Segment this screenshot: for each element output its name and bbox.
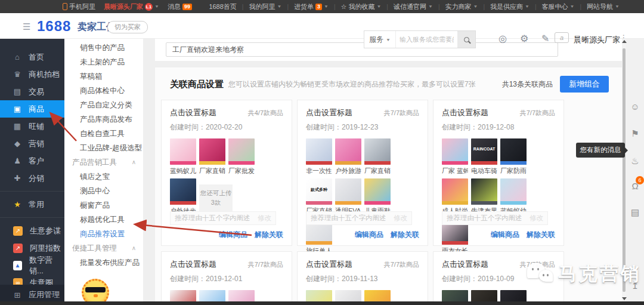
customer-service-icon[interactable]: ☺: [626, 101, 644, 112]
sidebar-item-首页[interactable]: ⌂首页: [0, 48, 64, 66]
shop-name[interactable]: 晨晰源头厂家: [574, 35, 620, 45]
product-item[interactable]: 蓝蚂蚁儿...: [170, 138, 196, 175]
upload-more-slot[interactable]: 您还可上传3款: [199, 184, 233, 212]
sidebar-item-pinned[interactable]: ★常用: [0, 196, 64, 213]
service-select[interactable]: 服务▼: [364, 31, 396, 48]
bell-icon[interactable]: Ω6: [626, 181, 644, 191]
add-combo-button[interactable]: 新增组合: [560, 76, 609, 93]
topbar-item-我是供应商[interactable]: 我是供应商▼: [485, 2, 535, 11]
sidebar-item-商机拍档[interactable]: ♛商机拍档: [0, 66, 64, 83]
product-item[interactable]: 户外旅游...: [335, 138, 361, 175]
topbar-item-诚信通官网[interactable]: 诚信通官网▼: [388, 2, 438, 11]
unlink-link[interactable]: 解除关联: [527, 230, 555, 240]
edit-icon[interactable]: ✎: [541, 33, 549, 44]
edit-goods-link[interactable]: 编辑商品: [491, 230, 519, 240]
topbar-item-客服中心[interactable]: 客服中心▼: [537, 2, 580, 11]
unlink-link[interactable]: 解除关联: [255, 230, 283, 240]
submenu-item-产品自定义分类[interactable]: 产品自定义分类: [64, 98, 143, 112]
product-item[interactable]: 厂家防雨...: [500, 138, 527, 175]
topbar-item-进货单[interactable]: 进货单3▼: [289, 2, 334, 11]
search-button[interactable]: [457, 31, 475, 48]
reason-input[interactable]: 推荐理由十五个字内阐述修改: [170, 211, 276, 225]
product-item[interactable]: 成人时尚...: [442, 178, 468, 215]
product-item[interactable]: 厂家直销...: [364, 138, 391, 175]
sidebar-item-交易[interactable]: ▤交易: [0, 83, 64, 100]
product-item[interactable]: 牛津布男...: [471, 178, 497, 215]
topbar-item-我的阿里[interactable]: 我的阿里▼: [243, 2, 287, 11]
topbar-item-网站导航[interactable]: 网站导航▼: [581, 2, 625, 11]
product-item[interactable]: 厂家批发...: [228, 138, 255, 175]
notice-input[interactable]: [166, 42, 558, 57]
card-title-placeholder[interactable]: 点击设置标题: [170, 107, 216, 118]
sidebar-item-客户[interactable]: ♟客户: [0, 152, 64, 170]
collapse-icon[interactable]: ∧: [132, 155, 136, 170]
product-item[interactable]: 户外徒步...: [170, 178, 196, 215]
product-item[interactable]: 厂家 蓝蚂...: [442, 138, 468, 175]
news-icon[interactable]: ▤: [626, 207, 644, 218]
topbar-item-实力商家[interactable]: 实力商家▼: [439, 2, 483, 11]
topbar-item-1688首页[interactable]: 1688首页: [203, 2, 242, 11]
card-title-placeholder[interactable]: 点击设置标题: [442, 107, 488, 118]
sidebar-app-数字营销...[interactable]: ▲数字营销...: [0, 257, 64, 274]
product-item[interactable]: 儿童雨鞋...: [364, 178, 391, 215]
card-title-placeholder[interactable]: 点击设置标题: [170, 259, 216, 270]
sidebar-item-营销[interactable]: ◆营销: [0, 135, 64, 152]
submenu-item-未上架的产品[interactable]: 未上架的产品: [64, 55, 143, 69]
product-item[interactable]: 非一次性...: [306, 138, 332, 175]
product-item[interactable]: 款式多种厂家直销...: [306, 178, 332, 215]
submenu-item-测品中心[interactable]: 测品中心: [64, 184, 143, 198]
sidebar-item-商品[interactable]: ▣商品: [0, 100, 64, 118]
topbar-item-我的收藏[interactable]: ☆我的收藏▼: [336, 2, 387, 11]
sidebar-app-生意参谋[interactable]: ↗生意参谋: [0, 222, 64, 239]
unlink-link[interactable]: 解除关联: [391, 230, 419, 240]
card-title-placeholder[interactable]: 点击设置标题: [442, 259, 488, 270]
collapse-menu-icon[interactable]: ☰: [23, 21, 30, 32]
location-icon[interactable]: ◎: [499, 33, 507, 44]
gear-icon[interactable]: ⚙: [520, 33, 528, 44]
scroll-up-arrow[interactable]: [622, 40, 627, 43]
submenu-item-橱窗产品[interactable]: 橱窗产品: [64, 198, 143, 212]
submenu-item-草稿箱[interactable]: 草稿箱: [64, 69, 143, 84]
topbar-item-晨晰源头厂家[interactable]: 晨晰源头厂家L1▼: [104, 2, 159, 11]
submenu-item-自检自查工具[interactable]: 自检自查工具: [64, 127, 143, 141]
edit-goods-link[interactable]: 编辑商品: [355, 230, 383, 240]
submenu-item-商品体检中心[interactable]: 商品体检中心: [64, 84, 143, 98]
submenu-item-产品库商品发布[interactable]: 产品库商品发布: [64, 112, 143, 127]
vertical-scrollbar[interactable]: [622, 39, 626, 305]
card-header: 点击设置标题共7/7款商品: [442, 259, 555, 270]
submenu-item-批量发布供应产品[interactable]: 批量发布供应产品: [64, 255, 143, 270]
collapse-icon[interactable]: ∧: [132, 241, 136, 255]
reason-input[interactable]: 推荐理由十五个字内阐述修改: [306, 211, 412, 225]
sidebar-item-分销[interactable]: ✚分销: [0, 170, 64, 187]
footprint-icon[interactable]: ♨: [626, 156, 644, 167]
bookmark-icon[interactable]: ⚑: [626, 128, 644, 139]
scrollbar-thumb[interactable]: [623, 48, 626, 292]
submenu-item-工业品牌-超级选型[interactable]: 工业品牌-超级选型: [64, 141, 143, 155]
submenu-item-商品推荐设置[interactable]: 商品推荐设置: [64, 227, 143, 241]
submenu-item-镇店之宝[interactable]: 镇店之宝: [64, 170, 143, 184]
card-title-placeholder[interactable]: 点击设置标题: [306, 259, 352, 270]
product-item[interactable]: 透明EVA...: [335, 178, 361, 215]
product-item[interactable]: RAINCOAT电动车骑...: [471, 138, 497, 175]
circle-tool-icon[interactable]: ◌: [626, 264, 644, 275]
cards-row-2: 点击设置标题共7/7款商品创建时间：2019-12-01点击设置标题共7/7款商…: [155, 251, 622, 305]
modify-link[interactable]: 修改: [258, 214, 271, 223]
submenu-item-销售中的产品[interactable]: 销售中的产品: [64, 41, 143, 55]
sidebar-item-旺铺[interactable]: ▦旺铺: [0, 118, 64, 135]
scroll-down-arrow[interactable]: [622, 297, 627, 300]
submenu-item-标题优化工具[interactable]: 标题优化工具: [64, 212, 143, 227]
switch-to-buyer-button[interactable]: 切为买家: [107, 21, 148, 33]
search-input[interactable]: [396, 36, 457, 43]
logo-1688[interactable]: 1688: [37, 18, 71, 35]
product-item[interactable]: 厂家直销...: [199, 138, 225, 175]
modify-link[interactable]: 修改: [394, 214, 407, 223]
sidebar-item-label: 营销: [29, 138, 44, 149]
topbar-item-消息[interactable]: 消息99: [168, 2, 192, 11]
edit-goods-link[interactable]: 编辑商品: [219, 230, 247, 240]
modify-link[interactable]: 修改: [530, 214, 543, 223]
reason-input[interactable]: 推荐理由十五个字内阐述修改: [442, 211, 548, 225]
product-item[interactable]: 蓝蚂蚁幼...: [500, 178, 527, 215]
card-title-placeholder[interactable]: 点击设置标题: [306, 107, 352, 118]
back-to-top-icon[interactable]: ↥: [626, 281, 644, 291]
topbar-item-手机阿里[interactable]: 手机阿里: [63, 2, 95, 11]
